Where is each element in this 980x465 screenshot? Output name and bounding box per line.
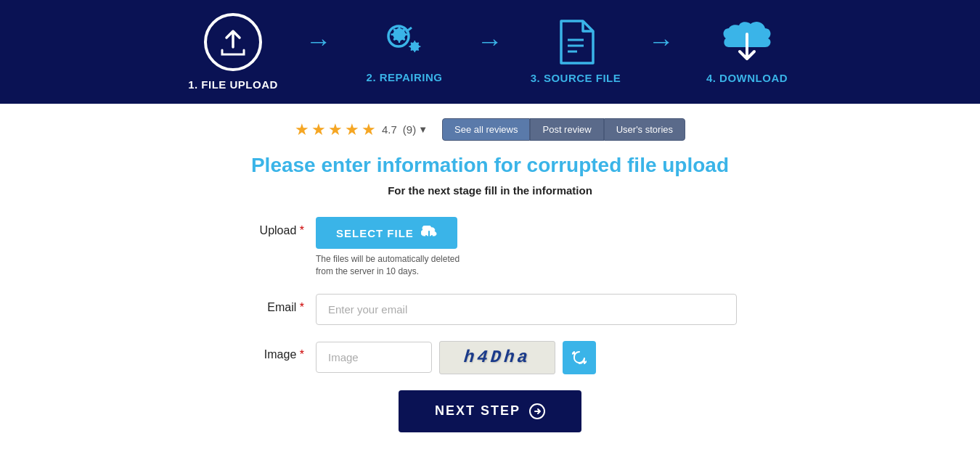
- user-stories-button[interactable]: User's stories: [604, 118, 685, 141]
- select-file-button[interactable]: SELECT FILE: [316, 217, 457, 249]
- step-repairing: 2. REPAIRING: [346, 20, 462, 83]
- star-2: ★: [311, 120, 326, 139]
- email-required: *: [300, 301, 304, 313]
- step-source-file-label: 3. SOURCE FILE: [531, 72, 621, 84]
- star-3: ★: [328, 120, 343, 139]
- step-download-label: 4. DOWNLOAD: [706, 72, 788, 84]
- email-controls: [316, 294, 737, 325]
- see-all-reviews-button[interactable]: See all reviews: [442, 118, 530, 141]
- source-file-icon: [557, 20, 595, 65]
- upload-row: Upload * SELECT FILE The files will be a…: [243, 217, 737, 278]
- rating-value: 4.7: [382, 123, 397, 136]
- captcha-image: h4Dha: [439, 341, 555, 374]
- step-repairing-label: 2. REPAIRING: [367, 71, 443, 83]
- review-buttons: See all reviews Post review User's stori…: [442, 118, 685, 141]
- post-review-button[interactable]: Post review: [530, 118, 603, 141]
- refresh-captcha-button[interactable]: [563, 341, 596, 374]
- star-5: ★: [362, 120, 376, 139]
- next-step-container: NEXT STEP: [243, 390, 737, 432]
- reviews-row: ★ ★ ★ ★ ★ 4.7 (9) ▼ See all reviews Post…: [29, 118, 951, 141]
- arrow-3: →: [648, 26, 674, 57]
- upload-note: The files will be automatically deleted …: [316, 253, 475, 278]
- image-label: Image *: [243, 341, 316, 361]
- step-source-file: 3. SOURCE FILE: [518, 20, 634, 84]
- page-title: Please enter information for corrupted f…: [251, 154, 729, 177]
- upload-form: Upload * SELECT FILE The files will be a…: [243, 217, 737, 432]
- rating-count: (9): [403, 123, 416, 136]
- image-input[interactable]: [316, 342, 432, 373]
- file-upload-icon: [204, 13, 262, 71]
- star-4: ★: [345, 120, 359, 139]
- page-subtitle: For the next stage fill in the informati…: [388, 184, 592, 197]
- image-controls: h4Dha: [316, 341, 737, 374]
- image-row-controls: h4Dha: [316, 341, 737, 374]
- content-area: ★ ★ ★ ★ ★ 4.7 (9) ▼ See all reviews Post…: [0, 104, 980, 454]
- repairing-icon: [380, 20, 429, 64]
- step-download: 4. DOWNLOAD: [689, 20, 805, 84]
- star-1: ★: [295, 120, 309, 139]
- image-row: Image * h4Dha: [243, 341, 737, 374]
- image-required: *: [300, 348, 304, 361]
- next-step-arrow-icon: [529, 403, 545, 419]
- step-file-upload: 1. FILE UPLOAD: [175, 13, 291, 91]
- next-step-button[interactable]: NEXT STEP: [399, 390, 581, 432]
- upload-cloud-icon: [421, 226, 437, 240]
- rating-dropdown-icon[interactable]: ▼: [418, 124, 428, 135]
- captcha-text: h4Dha: [463, 347, 531, 367]
- download-icon: [722, 20, 772, 65]
- refresh-icon: [572, 350, 587, 365]
- email-label: Email *: [243, 294, 316, 314]
- upload-label: Upload *: [243, 217, 316, 237]
- steps-bar: 1. FILE UPLOAD → 2. REPAIRING →: [0, 0, 980, 104]
- upload-controls: SELECT FILE The files will be automatica…: [316, 217, 737, 278]
- star-rating: ★ ★ ★ ★ ★ 4.7 (9) ▼: [295, 120, 428, 139]
- email-input[interactable]: [316, 294, 737, 325]
- email-row: Email *: [243, 294, 737, 325]
- step-file-upload-label: 1. FILE UPLOAD: [188, 78, 278, 91]
- upload-required: *: [300, 224, 304, 236]
- arrow-1: →: [306, 26, 332, 57]
- arrow-2: →: [477, 26, 503, 57]
